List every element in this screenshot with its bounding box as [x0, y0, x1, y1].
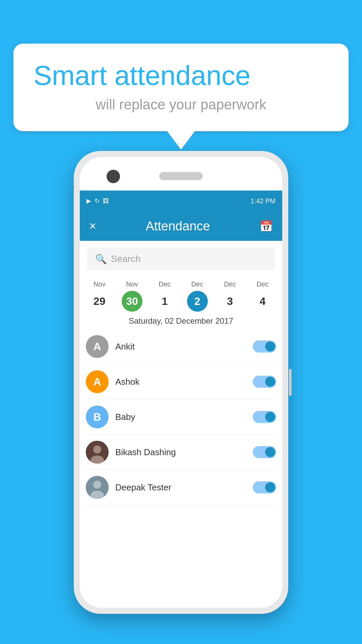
cal-day-dec4[interactable]: Dec 4 [252, 280, 273, 312]
att-item-bikash: Bikash Dashing [86, 435, 276, 470]
cal-month-label: Dec [224, 280, 236, 288]
cal-day-dec2[interactable]: Dec 2 [187, 280, 208, 312]
svg-point-4 [93, 481, 101, 489]
app-screen: ▶ ↻ 🖼 1:42 PM × Attendance 📅 🔍 Search [80, 191, 282, 608]
toggle-deepak[interactable] [253, 481, 276, 493]
cal-month-label: Dec [257, 280, 269, 288]
cal-month-label: Nov [94, 280, 106, 288]
phone-outer: ▶ ↻ 🖼 1:42 PM × Attendance 📅 🔍 Search [74, 151, 288, 614]
toggle-ankit[interactable] [253, 340, 276, 353]
toggle-bikash[interactable] [253, 446, 276, 458]
toggle-ashok[interactable] [253, 376, 276, 388]
calendar-icon[interactable]: 📅 [259, 220, 273, 232]
image-icon: 🖼 [103, 198, 109, 205]
cal-day-nov29[interactable]: Nov 29 [89, 280, 110, 312]
speech-bubble: Smart attendance will replace your paper… [13, 44, 349, 131]
cal-month-label: Nov [126, 280, 138, 288]
search-bar[interactable]: 🔍 Search [87, 248, 275, 270]
header-title: Attendance [145, 219, 210, 233]
calendar-strip: Nov 29 Nov 30 Dec 1 Dec 2 [80, 277, 282, 312]
avatar-bikash [86, 441, 109, 464]
bikash-avatar-svg [86, 441, 109, 464]
toggle-baby[interactable] [253, 411, 276, 423]
app-header: × Attendance 📅 [80, 211, 282, 241]
avatar-baby: B [86, 406, 109, 428]
name-ashok: Ashok [115, 377, 246, 387]
cal-month-label: Dec [159, 280, 171, 288]
cal-day-num[interactable]: 1 [154, 291, 175, 312]
avatar-deepak [86, 476, 109, 499]
phone-inner: ▶ ↻ 🖼 1:42 PM × Attendance 📅 🔍 Search [80, 157, 282, 608]
name-deepak: Deepak Tester [115, 482, 246, 493]
bubble-subtitle: will replace your paperwork [34, 97, 328, 113]
cal-day-dec3[interactable]: Dec 3 [220, 280, 240, 312]
cal-day-num[interactable]: 3 [220, 291, 240, 312]
cal-day-num-green[interactable]: 30 [122, 291, 142, 312]
name-ankit: Ankit [115, 341, 246, 352]
phone-button [289, 369, 292, 396]
avatar-ashok: A [86, 370, 109, 393]
name-baby: Baby [115, 412, 246, 422]
selected-date-label: Saturday, 02 December 2017 [80, 316, 282, 326]
status-bar-icons: ▶ ↻ 🖼 [86, 197, 109, 205]
cal-day-nov30[interactable]: Nov 30 [122, 280, 142, 312]
avatar-ankit: A [86, 335, 109, 358]
name-bikash: Bikash Dashing [115, 447, 246, 458]
deepak-avatar-svg [86, 476, 109, 499]
cal-day-dec1[interactable]: Dec 1 [154, 280, 175, 312]
phone-mockup: ▶ ↻ 🖼 1:42 PM × Attendance 📅 🔍 Search [74, 151, 288, 614]
svg-point-1 [93, 445, 101, 453]
phone-camera [107, 170, 120, 183]
cal-day-num[interactable]: 29 [89, 291, 110, 312]
close-button[interactable]: × [89, 219, 96, 233]
refresh-icon: ↻ [95, 197, 100, 205]
att-item-baby: B Baby [86, 399, 276, 435]
play-icon: ▶ [86, 197, 91, 205]
search-placeholder: Search [111, 254, 141, 264]
cal-day-num[interactable]: 4 [252, 291, 273, 312]
status-bar: ▶ ↻ 🖼 1:42 PM [80, 191, 282, 211]
search-icon: 🔍 [95, 254, 107, 265]
phone-speaker [159, 172, 203, 180]
cal-month-label: Dec [191, 280, 203, 288]
att-item-ankit: A Ankit [86, 329, 276, 364]
att-item-ashok: A Ashok [86, 364, 276, 399]
status-time: 1:42 PM [251, 197, 276, 205]
attendance-list: A Ankit A Ashok B Baby [80, 329, 282, 505]
att-item-deepak: Deepak Tester [86, 470, 276, 505]
cal-day-num-blue[interactable]: 2 [187, 291, 208, 312]
bubble-title: Smart attendance [34, 60, 328, 91]
